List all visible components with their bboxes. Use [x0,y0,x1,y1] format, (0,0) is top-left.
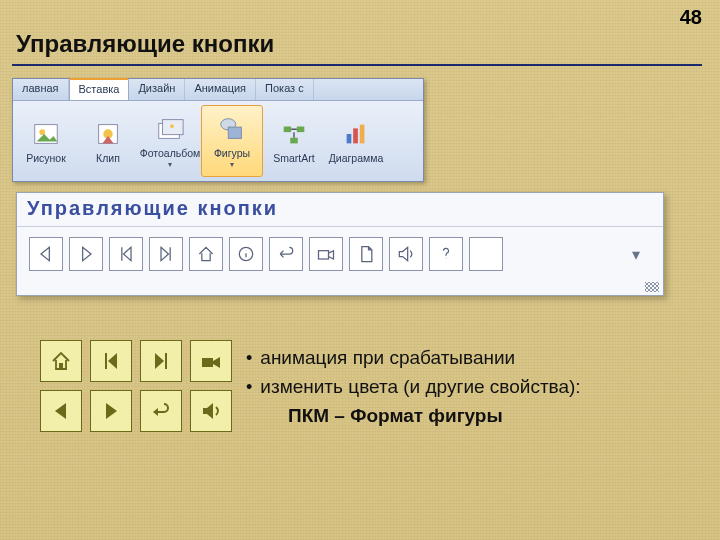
svg-rect-8 [228,127,241,138]
svg-rect-12 [347,134,352,143]
ribbon-item-album[interactable]: Фотоальбом ▾ [139,105,201,177]
bullet-item: • изменить цвета (и другие свойства): [246,373,581,402]
svg-rect-9 [284,126,292,132]
svg-rect-17 [59,363,63,369]
action-button-movie[interactable] [309,237,343,271]
ribbon-item-label: Клип [96,152,120,164]
action-button-help[interactable] [429,237,463,271]
svg-point-6 [170,124,174,128]
ribbon-item-label: Фигуры [214,147,250,159]
ribbon-item-label: Рисунок [26,152,66,164]
yellow-button-last[interactable] [140,340,182,382]
clip-icon [93,119,123,149]
ribbon-item-label: SmartArt [273,152,314,164]
svg-rect-11 [290,137,298,143]
action-button-last[interactable] [149,237,183,271]
ribbon-item-chart[interactable]: Диаграмма [325,105,387,177]
chart-icon [341,119,371,149]
svg-rect-18 [202,358,213,367]
ribbon-tab-home[interactable]: лавная [13,79,69,100]
ribbon-body: Рисунок Клип Фотоальбом ▾ Фигуры ▾ Smart… [13,101,423,181]
action-button-info[interactable] [229,237,263,271]
resize-grip-icon [645,282,659,292]
panel-title: Управляющие кнопки [17,193,663,227]
ribbon-item-shapes[interactable]: Фигуры ▾ [201,105,263,177]
svg-rect-13 [353,128,358,143]
yellow-button-sound[interactable] [190,390,232,432]
panel-dropdown-icon[interactable]: ▾ [627,245,645,263]
svg-rect-10 [297,126,305,132]
action-buttons-panel: Управляющие кнопки ▾ [16,192,664,296]
action-button-document[interactable] [349,237,383,271]
yellow-button-home[interactable] [40,340,82,382]
yellow-button-first[interactable] [90,340,132,382]
action-button-sound[interactable] [389,237,423,271]
yellow-button-forward[interactable] [90,390,132,432]
ribbon: лавная Вставка Дизайн Анимация Показ с Р… [12,78,424,182]
action-button-home[interactable] [189,237,223,271]
bullet-list: • анимация при срабатывании • изменить ц… [246,344,581,430]
bullet-dot-icon: • [246,344,252,373]
smartart-icon [279,119,309,149]
ribbon-item-smartart[interactable]: SmartArt [263,105,325,177]
panel-row: ▾ [17,227,663,281]
svg-rect-16 [319,251,329,259]
action-button-forward[interactable] [69,237,103,271]
picture-icon [31,119,61,149]
dropdown-icon: ▾ [230,160,234,169]
shapes-icon [217,114,247,144]
ribbon-tab-insert[interactable]: Вставка [69,78,130,100]
ribbon-item-clip[interactable]: Клип [77,105,139,177]
action-button-blank[interactable] [469,237,503,271]
bullet-dot-icon: • [246,373,252,402]
bullet-text: анимация при срабатывании [260,344,515,373]
yellow-button-return[interactable] [140,390,182,432]
ribbon-tabs: лавная Вставка Дизайн Анимация Показ с [13,79,423,101]
ribbon-item-picture[interactable]: Рисунок [15,105,77,177]
bullet-text: изменить цвета (и другие свойства): [260,373,580,402]
action-button-first[interactable] [109,237,143,271]
ribbon-item-label: Фотоальбом [140,147,201,159]
dropdown-icon: ▾ [168,160,172,169]
title-underline [12,64,702,66]
bullet-subtext: ПКМ – Формат фигуры [288,402,581,431]
ribbon-item-label: Диаграмма [329,152,384,164]
yellow-button-movie[interactable] [190,340,232,382]
yellow-action-buttons [40,340,232,432]
page-number: 48 [680,6,702,29]
action-button-return[interactable] [269,237,303,271]
yellow-button-back[interactable] [40,390,82,432]
album-icon [155,114,185,144]
svg-rect-14 [360,124,365,143]
bullet-item: • анимация при срабатывании [246,344,581,373]
ribbon-tab-slideshow[interactable]: Показ с [256,79,314,100]
ribbon-tab-design[interactable]: Дизайн [129,79,185,100]
action-button-back[interactable] [29,237,63,271]
slide-title: Управляющие кнопки [16,30,274,58]
ribbon-tab-animation[interactable]: Анимация [185,79,256,100]
